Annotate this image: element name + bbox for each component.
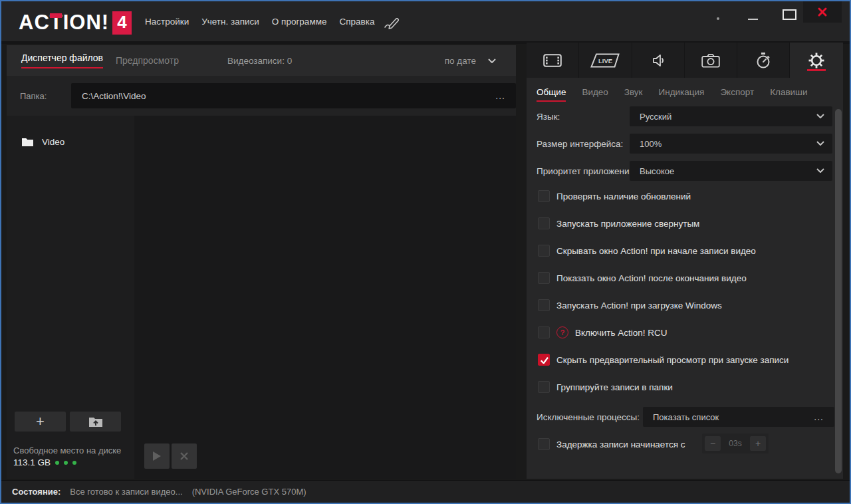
film-icon (543, 54, 562, 67)
minimize-button[interactable] (748, 19, 758, 20)
tab-audio[interactable] (632, 43, 685, 78)
checkbox-icon (538, 438, 550, 450)
checkbox-icon (538, 299, 550, 311)
disk-status-dot-icon (64, 461, 68, 465)
menu-about[interactable]: О программе (272, 17, 327, 27)
checkbox-check-updates[interactable]: Проверять наличие обновлений (538, 189, 691, 203)
x-icon (180, 451, 189, 461)
checkbox-hide-preview[interactable]: Скрыть предварительный просмотр при запу… (538, 353, 789, 366)
folder-path-value: C:\Action!\Video (71, 91, 146, 101)
main-menu: Настройки Учетн. записи О программе Спра… (145, 1, 374, 41)
checkbox-record-delay[interactable]: Задержка записи начинается с − 03s + (538, 438, 685, 451)
recordings-list-area (134, 116, 516, 479)
minus-icon[interactable]: − (705, 436, 721, 451)
delete-button[interactable] (172, 443, 197, 469)
stopwatch-icon (755, 52, 771, 69)
play-button[interactable] (144, 443, 170, 469)
folder-row: Папка: C:\Action!\Video ... (7, 76, 516, 116)
plus-icon: + (36, 413, 45, 430)
language-select[interactable]: Русский (630, 106, 832, 126)
logo-text: ACTION! (19, 11, 109, 35)
priority-label: Приоритет приложения (537, 161, 634, 181)
disk-status-dot-icon (55, 461, 59, 465)
menu-accounts[interactable]: Учетн. записи (201, 17, 259, 27)
menu-settings[interactable]: Настройки (145, 17, 189, 27)
action-app-window: ACTION! 4 Настройки Учетн. записи О прог… (0, 0, 851, 504)
camera-icon (701, 53, 720, 68)
checkbox-group-recordings[interactable]: Группируйте записи в папки (538, 380, 673, 394)
language-row: Язык: Русский (527, 106, 843, 126)
tab-video[interactable]: Видео (582, 87, 608, 97)
pen-tool-icon[interactable] (383, 15, 403, 31)
sort-value: по дате (445, 56, 476, 66)
app-logo: ACTION! 4 (19, 9, 132, 37)
checkbox-icon (538, 354, 550, 366)
free-space-label: Свободное место на диске (13, 445, 121, 455)
excluded-processes-field[interactable]: Показать список ... (643, 407, 834, 427)
excluded-processes-row: Исключенные процессы: Показать список ..… (527, 407, 843, 427)
checkbox-autostart-windows[interactable]: Запускать Action! при загрузке Windows (538, 299, 722, 312)
tab-video-recording[interactable] (527, 43, 579, 78)
mode-icon-tabs: LIVE (527, 43, 843, 78)
tab-preview[interactable]: Предпросмотр (116, 45, 179, 76)
priority-select[interactable]: Высокое (630, 161, 832, 181)
language-label: Язык: (537, 106, 560, 126)
close-button[interactable] (803, 1, 842, 23)
tab-general[interactable]: Общие (537, 87, 566, 97)
svg-text:LIVE: LIVE (598, 57, 612, 64)
checkbox-icon (538, 272, 550, 284)
disk-status-dot-icon (72, 461, 76, 465)
menu-help[interactable]: Справка (339, 17, 374, 27)
free-space-value: 113.1 GB (13, 457, 51, 467)
logo-version-badge: 4 (112, 11, 131, 35)
add-folder-button[interactable]: + (15, 412, 66, 432)
play-icon (152, 451, 162, 461)
logo-red-bar (50, 13, 62, 18)
help-icon[interactable]: ? (556, 326, 568, 338)
ui-size-select[interactable]: 100% (630, 134, 832, 154)
folder-label: Папка: (20, 76, 47, 116)
maximize-button[interactable] (783, 9, 796, 20)
plus-icon[interactable]: + (750, 436, 766, 451)
browse-folder-button[interactable]: ... (491, 83, 509, 108)
checkbox-icon (538, 190, 550, 202)
tab-export[interactable]: Экспорт (720, 87, 754, 97)
status-gpu: (NVIDIA GeForce GTX 570M) (192, 487, 306, 497)
status-label: Состояние: (12, 487, 61, 497)
tab-live-streaming[interactable]: LIVE (579, 43, 632, 78)
checkbox-icon (538, 217, 550, 229)
folder-upload-icon (88, 416, 103, 428)
tray-dot-icon[interactable] (717, 17, 719, 20)
checkbox-icon (538, 381, 550, 393)
tab-settings[interactable] (790, 43, 842, 78)
checkbox-hide-on-record[interactable]: Скрывать окно Action! при начале записи … (538, 244, 756, 257)
checkbox-icon (538, 245, 550, 257)
live-icon: LIVE (590, 53, 620, 68)
checkbox-enable-rcu[interactable]: ? Включить Action! RCU (538, 326, 668, 339)
tab-sound[interactable]: Звук (624, 87, 643, 97)
tree-item-label: Video (42, 137, 64, 147)
settings-scrollbar[interactable] (835, 109, 842, 473)
priority-row: Приоритет приложения Высокое (527, 161, 843, 181)
chevron-down-icon (816, 141, 824, 146)
titlebar: ACTION! 4 Настройки Учетн. записи О прог… (1, 1, 850, 41)
tab-screenshots[interactable] (685, 43, 737, 78)
tab-file-manager[interactable]: Диспетчер файлов (21, 45, 103, 76)
folder-tree-sidebar: Video + Свободное место на диске 113.1 G… (7, 116, 134, 479)
excluded-processes-label: Исключенные процессы: (537, 407, 640, 427)
chevron-down-icon (816, 168, 824, 173)
sort-dropdown[interactable]: по дате (445, 45, 496, 76)
tab-benchmark[interactable] (737, 43, 790, 78)
tab-indication[interactable]: Индикация (659, 87, 705, 97)
statusbar: Состояние: Все готово к записи видео... … (1, 480, 850, 503)
checkbox-show-after-record[interactable]: Показать окно Action! после окончания ви… (538, 271, 747, 285)
status-text: Все готово к записи видео... (70, 487, 182, 497)
ui-size-row: Размер интерфейса: 100% (527, 134, 843, 154)
tree-item-video[interactable]: Video (7, 132, 134, 152)
import-folder-button[interactable] (70, 412, 121, 432)
folder-path-input[interactable]: C:\Action!\Video ... (71, 83, 516, 108)
tab-hotkeys[interactable]: Клавиши (770, 87, 807, 97)
checkbox-start-minimized[interactable]: Запускать приложение свернутым (538, 217, 699, 230)
checkbox-icon (538, 326, 550, 338)
excluded-list-button[interactable]: ... (810, 407, 828, 427)
